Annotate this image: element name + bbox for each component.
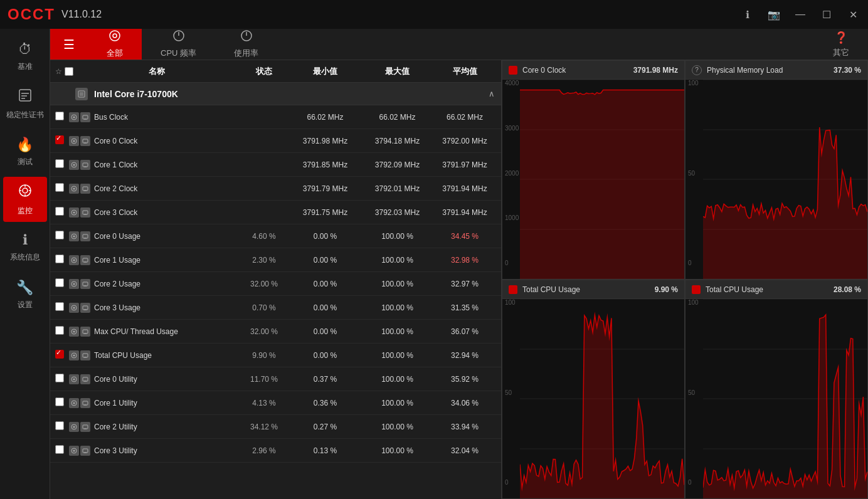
table-row: Core 2 Utility 34.12 % 0.27 % 100.00 % 3… [50, 415, 501, 439]
tab-usage[interactable]: 使用率 [215, 29, 277, 60]
row-check-cell [55, 135, 69, 146]
svg-rect-50 [83, 306, 88, 310]
cpu-group-icon [75, 88, 88, 100]
svg-rect-0 [19, 90, 31, 101]
row-min: 0.00 % [289, 303, 361, 312]
row-checkbox[interactable] [55, 207, 64, 216]
row-checkbox-checked[interactable] [55, 350, 64, 359]
row-checkbox[interactable] [55, 421, 64, 430]
row-avg: 33.94 % [433, 423, 496, 431]
sidebar-item-monitor[interactable]: 监控 [3, 177, 47, 222]
chart-header-cpu-left: Total CPU Usage 9.90 % [502, 280, 684, 299]
row-check-cell [55, 302, 69, 313]
chart-yaxis-mem: 100 50 0 [688, 80, 699, 266]
row-avg: 34.06 % [433, 399, 496, 407]
row-avg: 36.07 % [433, 327, 496, 336]
row-status: 4.13 % [239, 399, 289, 407]
test-icon: 🔥 [16, 137, 33, 153]
svg-point-11 [113, 34, 117, 38]
row-checkbox[interactable] [55, 231, 64, 239]
row-icon-display [80, 422, 90, 432]
collapse-icon[interactable]: ∧ [489, 89, 495, 98]
row-icon-type [69, 231, 79, 241]
close-button[interactable]: ✕ [845, 9, 860, 21]
row-icon-type [69, 160, 79, 170]
row-checkbox[interactable] [55, 112, 64, 120]
row-checkbox[interactable] [55, 397, 64, 406]
screenshot-button[interactable]: 📷 [766, 9, 781, 21]
sidebar-label-monitor: 监控 [18, 206, 33, 216]
row-icon-type [69, 207, 79, 218]
chart-yaxis-cpu-left: 100 50 0 [505, 299, 516, 486]
row-check-cell [55, 207, 69, 218]
row-avg: 35.92 % [433, 375, 496, 384]
info-button[interactable]: ℹ [740, 9, 755, 21]
row-icons [69, 327, 94, 337]
row-check-cell [55, 326, 69, 337]
row-name: Core 3 Clock [94, 208, 239, 217]
table-header: ☆ 名称 状态 最小值 最大值 平均值 [50, 60, 501, 83]
row-min: 0.36 % [289, 399, 361, 407]
table-body: Bus Clock 66.02 MHz 66.02 MHz 66.02 MHz … [50, 105, 501, 499]
svg-rect-66 [83, 401, 88, 405]
table-row: Core 1 Clock 3791.85 MHz 3792.09 MHz 379… [50, 153, 501, 177]
chart-body-cpu-left: 100 50 0 [502, 299, 684, 498]
table-row: Core 2 Usage 32.00 % 0.00 % 100.00 % 32.… [50, 272, 501, 296]
row-checkbox[interactable] [55, 278, 64, 287]
hamburger-menu[interactable]: ☰ [50, 29, 88, 60]
row-icon-display [80, 303, 90, 313]
svg-point-73 [73, 449, 75, 451]
sidebar-label-benchmark: 基准 [18, 61, 33, 72]
row-max: 100.00 % [361, 303, 433, 312]
row-status: 0.70 % [239, 303, 289, 312]
row-min: 0.00 % [289, 256, 361, 265]
tab-cpu-freq[interactable]: CPU 频率 [142, 29, 215, 60]
row-checkbox[interactable] [55, 159, 64, 168]
row-icon-display [80, 327, 90, 337]
minimize-button[interactable]: — [793, 9, 808, 20]
row-icon-display [80, 350, 90, 360]
maximize-button[interactable]: ☐ [819, 9, 834, 21]
svg-rect-34 [83, 211, 88, 214]
chart-canvas-cpu-left [520, 299, 684, 498]
svg-rect-42 [83, 258, 88, 262]
row-check-cell [55, 445, 69, 456]
row-checkbox[interactable] [55, 255, 64, 263]
sidebar-item-settings[interactable]: 🔧 设置 [3, 272, 47, 317]
chart-help-mem[interactable]: ? [692, 65, 702, 75]
tab-usage-icon [240, 29, 253, 45]
row-icons [69, 255, 94, 265]
svg-point-61 [73, 378, 75, 380]
select-all-checkbox[interactable] [65, 67, 73, 76]
row-icon-type [69, 184, 79, 194]
row-checkbox[interactable] [55, 183, 64, 192]
row-checkbox[interactable] [55, 445, 64, 454]
row-name: Core 2 Utility [94, 423, 239, 431]
sidebar-item-stability[interactable]: 稳定性证书 [3, 81, 47, 127]
row-check-cell [55, 255, 69, 265]
row-check-cell [55, 421, 69, 432]
table-row: Max CPU/ Thread Usage 32.00 % 0.00 % 100… [50, 320, 501, 344]
tab-all[interactable]: 全部 [88, 29, 142, 60]
sidebar-item-test[interactable]: 🔥 测试 [3, 129, 47, 174]
row-checkbox-checked[interactable] [55, 135, 64, 144]
row-icon-display [80, 446, 90, 456]
tab-all-label: 全部 [107, 48, 123, 59]
tab-all-icon [109, 29, 121, 45]
row-checkbox[interactable] [55, 326, 64, 335]
row-icons [69, 136, 94, 146]
row-checkbox[interactable] [55, 302, 64, 311]
row-checkbox[interactable] [55, 374, 64, 382]
row-name: Core 1 Utility [94, 399, 239, 407]
row-min: 0.00 % [289, 351, 361, 360]
tab-other[interactable]: ❓ 其它 [814, 29, 868, 60]
svg-point-33 [73, 211, 75, 213]
cpu-group-header: Intel Core i7-10700K ∧ [50, 83, 501, 105]
row-icons [69, 160, 94, 170]
sidebar-item-sysinfo[interactable]: ℹ 系统信息 [3, 224, 47, 270]
svg-rect-22 [83, 139, 88, 143]
sidebar-item-benchmark[interactable]: ⏱ 基准 [3, 34, 47, 79]
row-icon-type [69, 327, 79, 337]
benchmark-icon: ⏱ [18, 41, 32, 58]
row-name: Core 1 Clock [94, 160, 239, 169]
